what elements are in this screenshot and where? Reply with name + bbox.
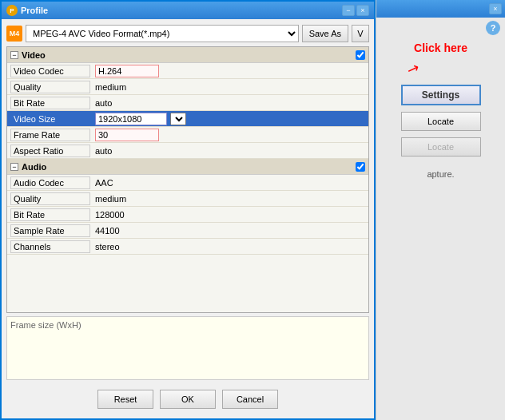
video-size-row[interactable]: Video Size: [7, 111, 368, 127]
video-section-checkbox[interactable]: [356, 50, 365, 60]
audio-quality-label: Quality: [10, 192, 90, 205]
channels-row: Channels stereo: [7, 239, 368, 255]
right-content: ? Click here ↙ Settings Locate Locate ap…: [376, 18, 505, 420]
quality-label: Quality: [10, 81, 90, 93]
audio-bit-rate-label: Bit Rate: [10, 208, 90, 221]
audio-quality-value: medium: [90, 194, 365, 204]
click-here-text: Click here: [414, 42, 467, 54]
cancel-button[interactable]: Cancel: [222, 390, 278, 409]
video-section-header: − Video: [7, 47, 368, 63]
video-size-dropdown[interactable]: [170, 113, 186, 125]
minimize-button[interactable]: −: [342, 5, 355, 16]
channels-value: stereo: [90, 242, 365, 252]
format-select[interactable]: MPEG-4 AVC Video Format(*.mp4): [26, 25, 299, 42]
dialog-title: Profile: [21, 6, 48, 15]
audio-section-header: − Audio: [7, 159, 368, 175]
bit-rate-label: Bit Rate: [10, 97, 90, 109]
video-size-input[interactable]: [95, 113, 167, 125]
frame-rate-input[interactable]: [95, 129, 159, 141]
arrow-container: ↙: [384, 61, 497, 78]
frame-rate-label: Frame Rate: [10, 129, 90, 141]
close-button[interactable]: ×: [356, 5, 369, 16]
reset-button[interactable]: Reset: [97, 390, 153, 409]
right-title-bar: ×: [376, 0, 505, 18]
profile-icon: P: [6, 5, 18, 16]
frame-size-area: Frame size (WxH): [6, 316, 369, 380]
audio-bit-rate-row: Bit Rate 128000: [7, 207, 368, 223]
video-size-value-container: [90, 113, 365, 125]
ok-button[interactable]: OK: [160, 390, 216, 409]
bit-rate-row: Bit Rate auto: [7, 95, 368, 111]
video-size-label: Video Size: [10, 113, 90, 125]
profile-dialog: P Profile − × M4 MPEG-4 AVC Video Format…: [0, 0, 376, 420]
bit-rate-value: auto: [90, 98, 365, 108]
audio-quality-row: Quality medium: [7, 191, 368, 207]
title-bar-left: P Profile: [6, 5, 48, 16]
right-panel: × ? Click here ↙ Settings Locate Locate …: [376, 0, 505, 420]
video-codec-value: [90, 65, 365, 77]
audio-codec-value: AAC: [90, 178, 365, 188]
video-codec-input[interactable]: [95, 65, 159, 77]
save-as-button[interactable]: Save As: [302, 25, 348, 42]
audio-codec-row: Audio Codec AAC: [7, 175, 368, 191]
video-codec-row: Video Codec: [7, 63, 368, 79]
audio-bit-rate-value: 128000: [90, 210, 365, 220]
frame-rate-row: Frame Rate: [7, 127, 368, 143]
video-section-label: Video: [22, 50, 46, 60]
dialog-content: M4 MPEG-4 AVC Video Format(*.mp4) Save A…: [2, 19, 374, 418]
locate-button-1[interactable]: Locate: [401, 112, 481, 131]
right-capture-text: apture.: [420, 163, 460, 185]
quality-row: Quality medium: [7, 79, 368, 95]
frame-size-label: Frame size (WxH): [10, 320, 82, 330]
sample-rate-label: Sample Rate: [10, 224, 90, 237]
sample-rate-value: 44100: [90, 226, 365, 236]
title-bar: P Profile − ×: [2, 2, 374, 19]
format-row: M4 MPEG-4 AVC Video Format(*.mp4) Save A…: [6, 24, 369, 43]
frame-rate-value: [90, 129, 365, 141]
aspect-ratio-label: Aspect Ratio: [10, 145, 90, 157]
sample-rate-row: Sample Rate 44100: [7, 223, 368, 239]
title-controls: − ×: [342, 5, 369, 16]
format-icon: M4: [6, 26, 22, 42]
help-icon[interactable]: ?: [486, 21, 500, 35]
capture-text: apture.: [427, 169, 454, 179]
audio-section-checkbox[interactable]: [356, 162, 365, 172]
video-toggle[interactable]: −: [10, 51, 18, 59]
quality-value: medium: [90, 82, 365, 92]
settings-table: − Video Video Codec Quality medium Bit R…: [6, 46, 369, 313]
locate-button-2[interactable]: Locate: [401, 137, 481, 157]
channels-label: Channels: [10, 240, 90, 253]
audio-codec-label: Audio Codec: [10, 176, 90, 189]
settings-action-button[interactable]: Settings: [401, 85, 481, 105]
aspect-ratio-value: auto: [90, 146, 365, 156]
aspect-ratio-row: Aspect Ratio auto: [7, 143, 368, 159]
arrow-icon: ↙: [404, 59, 422, 80]
right-close-button[interactable]: ×: [489, 3, 502, 14]
audio-toggle[interactable]: −: [10, 163, 18, 171]
video-codec-label: Video Codec: [10, 65, 90, 77]
v-button[interactable]: V: [352, 25, 369, 42]
audio-section-label: Audio: [22, 162, 46, 172]
bottom-buttons: Reset OK Cancel: [6, 383, 369, 414]
